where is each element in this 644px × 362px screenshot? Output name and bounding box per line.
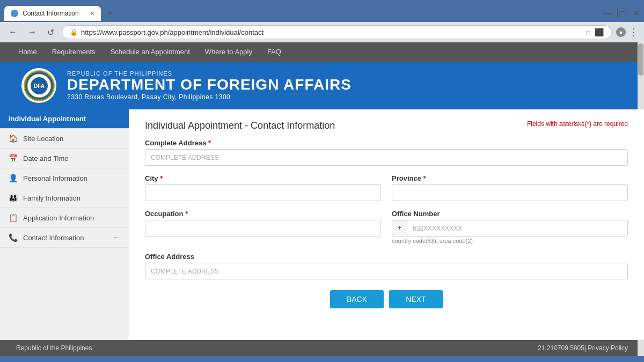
new-tab-button[interactable]: +: [104, 4, 116, 22]
sidebar-item-family[interactable]: 👨‍👩‍👧 Family Information: [0, 188, 129, 208]
nav-schedule[interactable]: Schedule an Appointment: [103, 42, 197, 62]
form-area: Individual Appointment - Contact Informa…: [129, 109, 644, 340]
city-required: *: [160, 174, 163, 182]
office-number-group: Office Number + country code(53), area c…: [392, 210, 628, 244]
footer-info: 21.210709.5805| Privacy Policy: [538, 344, 628, 352]
home-icon: 🏠: [9, 134, 18, 143]
family-icon: 👨‍👩‍👧: [9, 194, 18, 202]
nav-home[interactable]: Home: [11, 42, 45, 62]
header-address: 2330 Roxas Boulevard, Pasay City, Philip…: [67, 93, 352, 101]
phone-hint-text: country code(53), area code(2): [392, 238, 628, 244]
back-button[interactable]: BACK: [330, 290, 384, 308]
sidebar-item-application[interactable]: 📋 Application Information: [0, 208, 129, 228]
complete-address-input[interactable]: [145, 149, 628, 166]
calendar-icon: 📅: [9, 154, 18, 162]
contact-arrow-icon: ←: [113, 233, 120, 242]
occupation-group: Occupation *: [145, 210, 381, 244]
city-input[interactable]: [145, 184, 381, 201]
province-label: Province *: [392, 174, 628, 182]
sidebar-item-contact[interactable]: 📞 Contact Information ←: [0, 228, 129, 248]
header-text: Republic of the Philippines DEPARTMENT O…: [67, 70, 352, 101]
nav-faq[interactable]: FAQ: [260, 42, 289, 62]
site-footer: Republic of the Philippines 21.210709.58…: [0, 340, 644, 356]
sidebar-item-date-time[interactable]: 📅 Date and Time: [0, 149, 129, 168]
office-address-input[interactable]: [145, 263, 628, 279]
tab-title: Contact Information: [23, 10, 79, 17]
sidebar-label-application: Application Information: [23, 214, 94, 222]
sidebar-label-family: Family Information: [23, 194, 80, 202]
sidebar-item-site-location[interactable]: 🏠 Site Location: [0, 129, 129, 149]
city-label: City *: [145, 174, 381, 182]
nav-requirements[interactable]: Requirements: [45, 42, 103, 62]
main-content: Individual Appointment 🏠 Site Location 📅…: [0, 109, 644, 340]
phone-icon: 📞: [9, 233, 18, 242]
occupation-office-row: Occupation * Office Number + country cod…: [145, 210, 628, 244]
restore-button[interactable]: ▢: [617, 9, 627, 18]
toolbar-icons: ● ⋮: [616, 26, 639, 38]
occupation-input[interactable]: [145, 220, 381, 237]
sidebar-item-personal[interactable]: 👤 Personal Information: [0, 168, 129, 188]
dfa-seal: DFA: [21, 68, 56, 103]
city-province-row: City * Province *: [145, 174, 628, 201]
scroll-thumb[interactable]: [638, 43, 643, 76]
province-required: *: [423, 174, 426, 182]
profile-icon[interactable]: ●: [616, 27, 626, 37]
sidebar-label-date: Date and Time: [23, 154, 69, 162]
clipboard-icon: 📋: [9, 213, 18, 222]
svg-text:DFA: DFA: [34, 83, 45, 89]
republic-label: Republic of the Philippines: [67, 70, 352, 77]
top-navigation: Home Requirements Schedule an Appointmen…: [0, 42, 644, 62]
minimize-button[interactable]: —: [602, 8, 612, 19]
office-address-label: Office Address: [145, 253, 628, 261]
site-header: DFA Republic of the Philippines DEPARTME…: [0, 62, 644, 109]
close-button[interactable]: ✕: [633, 8, 640, 18]
sidebar: Individual Appointment 🏠 Site Location 📅…: [0, 109, 129, 340]
form-buttons: BACK NEXT: [145, 290, 628, 308]
next-button[interactable]: NEXT: [389, 290, 443, 308]
address-bar[interactable]: 🔒 https://www.passport.gov.ph/appointmen…: [62, 25, 612, 39]
cast-icon: ⬛: [595, 28, 604, 36]
reload-button[interactable]: ↺: [44, 26, 57, 39]
occupation-label: Occupation *: [145, 210, 381, 218]
browser-chrome: Contact Information × + — ▢ ✕ ← → ↺ 🔒 ht…: [0, 0, 644, 42]
tab-favicon: [11, 10, 18, 17]
office-number-input[interactable]: [407, 220, 628, 237]
browser-tab[interactable]: Contact Information ×: [4, 6, 101, 21]
complete-address-row: Complete Address *: [145, 139, 628, 166]
required-notice: Fields with asterisks(*) are required: [527, 120, 628, 128]
menu-button[interactable]: ⋮: [629, 26, 639, 38]
tab-close-button[interactable]: ×: [90, 9, 94, 18]
office-address-row: Office Address: [145, 253, 628, 279]
forward-nav-button[interactable]: →: [25, 26, 40, 38]
occupation-required: *: [185, 210, 188, 218]
city-group: City *: [145, 174, 381, 201]
office-number-label: Office Number: [392, 210, 628, 218]
browser-toolbar: ← → ↺ 🔒 https://www.passport.gov.ph/appo…: [0, 22, 644, 42]
website-content: Home Requirements Schedule an Appointmen…: [0, 42, 644, 356]
window-controls: — ▢ ✕: [602, 8, 640, 19]
sidebar-item-individual-appointment[interactable]: Individual Appointment: [0, 109, 129, 129]
sidebar-label-individual: Individual Appointment: [9, 115, 86, 123]
url-text: https://www.passport.gov.ph/appointment/…: [81, 28, 581, 36]
person-icon: 👤: [9, 174, 18, 182]
complete-address-required: *: [208, 139, 211, 147]
sidebar-label-site: Site Location: [23, 135, 63, 143]
office-number-input-group: +: [392, 220, 628, 237]
sidebar-label-contact: Contact Information: [23, 234, 84, 242]
nav-where[interactable]: Where to Apply: [197, 42, 260, 62]
department-name: DEPARTMENT OF FOREIGN AFFAIRS: [67, 77, 352, 93]
bookmark-icon: ☆: [584, 28, 591, 36]
complete-address-label: Complete Address *: [145, 139, 628, 147]
province-group: Province *: [392, 174, 628, 201]
back-nav-button[interactable]: ←: [5, 26, 20, 38]
lock-icon: 🔒: [70, 28, 78, 36]
footer-republic: Republic of the Philippines: [16, 344, 92, 352]
province-input[interactable]: [392, 184, 628, 201]
country-code-button[interactable]: +: [392, 220, 407, 237]
sidebar-label-personal: Personal Information: [23, 174, 87, 182]
